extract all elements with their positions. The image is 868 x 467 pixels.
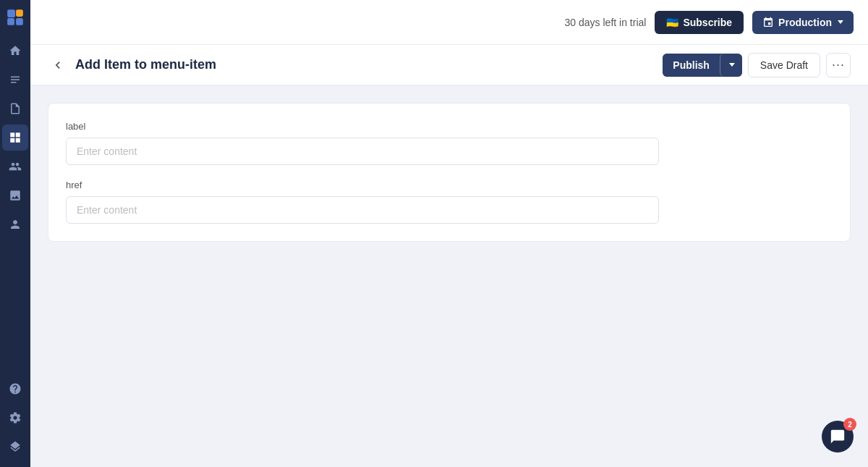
publish-button[interactable]: Publish: [663, 54, 720, 77]
svg-rect-0: [7, 9, 15, 17]
publish-group: Publish: [663, 54, 742, 77]
href-input[interactable]: [66, 196, 659, 224]
sub-header-right: Publish Save Draft ···: [663, 53, 851, 77]
back-button[interactable]: [48, 55, 68, 75]
sidebar-item-grid[interactable]: [2, 125, 28, 151]
sidebar-item-layers[interactable]: [2, 434, 28, 460]
content-area: label href: [30, 85, 868, 467]
save-draft-label: Save Draft: [760, 59, 808, 71]
publish-label: Publish: [673, 59, 710, 71]
sidebar-item-pages[interactable]: [2, 96, 28, 122]
more-options-icon: ···: [832, 57, 845, 72]
sidebar-item-help[interactable]: [2, 376, 28, 402]
sub-header-left: Add Item to menu-item: [48, 55, 216, 75]
svg-rect-2: [7, 18, 14, 25]
sub-header: Add Item to menu-item Publish Save Draft…: [30, 45, 868, 85]
trial-text: 30 days left in trial: [565, 17, 647, 28]
chevron-down-icon: [838, 20, 843, 24]
href-field-label: href: [66, 180, 833, 190]
sidebar: [0, 0, 30, 467]
sidebar-item-users[interactable]: [2, 211, 28, 237]
production-label: Production: [778, 17, 832, 28]
sidebar-item-blog[interactable]: [2, 67, 28, 93]
sidebar-item-home[interactable]: [2, 38, 28, 64]
href-field-group: href: [66, 180, 833, 224]
svg-rect-3: [16, 18, 23, 25]
sidebar-item-media[interactable]: [2, 182, 28, 209]
more-options-button[interactable]: ···: [826, 53, 851, 77]
subscribe-button[interactable]: 🇺🇦 Subscribe: [655, 11, 744, 34]
sidebar-logo: [5, 7, 25, 28]
chat-badge: 2: [843, 418, 856, 431]
label-field-label: label: [66, 121, 833, 132]
label-input[interactable]: [66, 138, 659, 165]
form-card: label href: [48, 103, 851, 242]
save-draft-button[interactable]: Save Draft: [748, 53, 820, 77]
subscribe-label: Subscribe: [683, 17, 732, 28]
top-header: 30 days left in trial 🇺🇦 Subscribe Produ…: [30, 0, 868, 45]
main-area: 30 days left in trial 🇺🇦 Subscribe Produ…: [30, 0, 868, 467]
sidebar-item-team[interactable]: [2, 153, 28, 180]
page-title: Add Item to menu-item: [75, 57, 216, 72]
chat-widget[interactable]: 2: [822, 421, 854, 453]
publish-dropdown-button[interactable]: [720, 54, 742, 77]
publish-chevron-icon: [729, 63, 735, 67]
label-field-group: label: [66, 121, 833, 165]
svg-rect-1: [16, 9, 23, 17]
subscribe-flag: 🇺🇦: [666, 17, 678, 28]
sidebar-item-settings[interactable]: [2, 405, 28, 431]
production-button[interactable]: Production: [752, 11, 854, 34]
